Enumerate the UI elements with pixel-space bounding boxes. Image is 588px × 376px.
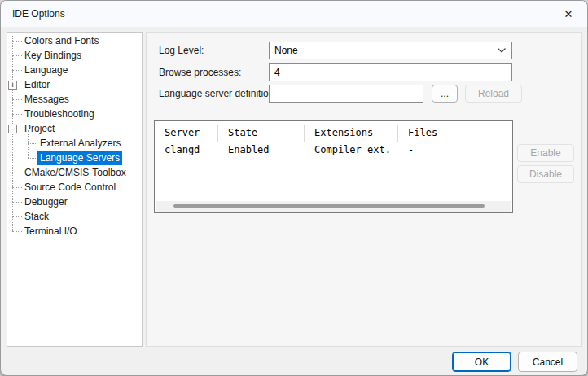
tree-connector [12, 231, 22, 232]
tree-item-label: Source Code Control [22, 180, 118, 195]
definitions-input[interactable] [269, 85, 423, 103]
tree-item-project[interactable]: −Project [7, 121, 142, 136]
cancel-button[interactable]: Cancel [518, 352, 577, 372]
tree-item-external-analyzers[interactable]: External Analyzers [7, 136, 142, 151]
tree-item-label: Terminal I/O [22, 224, 80, 238]
column-header-server: Server [155, 125, 218, 142]
tree-connector [12, 202, 22, 203]
tree-item-label: Debugger [22, 195, 70, 209]
tree-item-troubleshooting[interactable]: Troubleshooting [7, 107, 142, 121]
enable-label: Enable [530, 147, 560, 159]
servers-table[interactable]: ServerStateExtensionsFiles clangdEnabled… [154, 120, 513, 213]
tree-connector [12, 70, 22, 71]
language-servers-panel: Log Level: None Browse processes: Langua… [146, 32, 582, 347]
server-cell: Enabled [218, 142, 305, 158]
options-tree: Colors and FontsKey BindingsLanguage+Edi… [7, 32, 143, 347]
disable-label: Disable [529, 168, 562, 180]
browse-processes-label: Browse processes: [159, 63, 241, 81]
ide-options-dialog: IDE Options ✕ Colors and FontsKey Bindin… [0, 0, 588, 376]
column-header-files: Files [398, 125, 512, 142]
tree-connector [12, 216, 22, 217]
tree-connector [12, 114, 22, 115]
column-header-state: State [218, 125, 305, 142]
tree-item-messages[interactable]: Messages [7, 92, 142, 107]
tree-item-key-bindings[interactable]: Key Bindings [7, 48, 142, 63]
cancel-label: Cancel [533, 356, 563, 368]
tree-item-label: External Analyzers [37, 136, 123, 151]
horizontal-scrollbar[interactable] [156, 201, 511, 212]
tree-connector [12, 187, 22, 188]
servers-table-header: ServerStateExtensionsFiles [155, 121, 512, 142]
tree-connector [12, 99, 22, 100]
tree-item-terminal-i-o[interactable]: Terminal I/O [7, 224, 142, 238]
enable-button[interactable]: Enable [517, 144, 574, 162]
tree-item-colors-and-fonts[interactable]: Colors and Fonts [7, 33, 142, 48]
tree-item-label: Messages [22, 92, 72, 107]
log-level-value: None [274, 45, 298, 56]
browse-definitions-button[interactable]: ... [432, 85, 458, 103]
horizontal-scrollbar-thumb[interactable] [173, 204, 485, 208]
servers-table-body: clangdEnabledCompiler ext.- [155, 142, 512, 158]
tree-item-cmake-cmsis-toolbox[interactable]: CMake/CMSIS-Toolbox [7, 165, 142, 180]
disable-button[interactable]: Disable [517, 165, 574, 183]
tree-item-label: CMake/CMSIS-Toolbox [22, 165, 129, 180]
tree-item-language[interactable]: Language [7, 63, 142, 77]
tree-connector [28, 158, 37, 159]
tree-item-label: Stack [22, 209, 51, 224]
tree-item-label: Troubleshooting [22, 107, 97, 121]
tree-item-source-code-control[interactable]: Source Code Control [7, 180, 142, 195]
server-cell: Compiler ext. [305, 142, 398, 158]
server-row[interactable]: clangdEnabledCompiler ext.- [155, 142, 512, 158]
server-cell: clangd [155, 142, 218, 158]
close-icon: ✕ [564, 8, 573, 20]
log-level-select[interactable]: None [269, 42, 512, 59]
chevron-down-icon [497, 47, 507, 54]
reload-label: Reload [478, 88, 509, 99]
browse-processes-input[interactable] [269, 63, 512, 81]
definitions-label: Language server definitions: [159, 85, 282, 103]
tree-item-label: Language Servers [37, 151, 122, 165]
tree-rows: Colors and FontsKey BindingsLanguage+Edi… [7, 33, 142, 238]
ellipsis-label: ... [441, 88, 449, 99]
tree-connector [28, 143, 37, 144]
close-button[interactable]: ✕ [550, 1, 587, 27]
tree-item-label: Editor [22, 77, 52, 92]
expand-icon[interactable]: + [8, 81, 17, 90]
ok-label: OK [475, 356, 489, 368]
title-bar: IDE Options ✕ [1, 1, 587, 27]
tree-item-label: Project [22, 121, 57, 136]
window-title: IDE Options [12, 8, 65, 20]
tree-item-stack[interactable]: Stack [7, 209, 142, 224]
tree-item-label: Colors and Fonts [22, 33, 101, 48]
tree-connector [12, 173, 22, 173]
column-header-extensions: Extensions [305, 125, 398, 142]
tree-item-label: Language [22, 63, 70, 77]
tree-connector [12, 55, 22, 56]
tree-item-editor[interactable]: +Editor [7, 77, 142, 92]
tree-item-debugger[interactable]: Debugger [7, 195, 142, 209]
tree-item-label: Key Bindings [22, 48, 84, 63]
tree-item-language-servers[interactable]: Language Servers [7, 151, 142, 165]
server-cell: - [398, 142, 512, 158]
log-level-label: Log Level: [159, 42, 204, 59]
collapse-icon[interactable]: − [8, 125, 17, 133]
reload-button[interactable]: Reload [465, 85, 522, 103]
ok-button[interactable]: OK [452, 352, 511, 372]
tree-connector [12, 41, 22, 42]
